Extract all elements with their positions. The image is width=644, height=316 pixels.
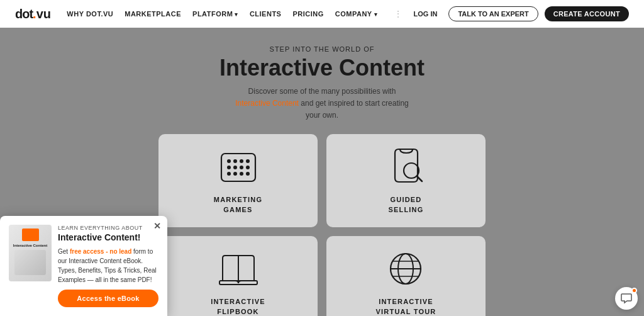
svg-point-1 <box>227 159 231 163</box>
nav-separator: ⋮ <box>394 9 402 19</box>
chat-notification-badge <box>631 288 637 293</box>
svg-point-6 <box>233 166 237 169</box>
popup-learn-label: LEARN EVERYTHING ABOUT <box>58 225 158 231</box>
svg-point-11 <box>240 172 243 176</box>
nav-platform[interactable]: PLATFORM <box>192 10 238 18</box>
card-interactive-virtual-tour[interactable]: INTERACTIVEVIRTUAL TOUR <box>326 236 486 316</box>
popup-access-button[interactable]: Access the eBook <box>58 290 158 307</box>
navbar: dot.vu WHY DOT.VU MARKETPLACE PLATFORM C… <box>0 0 644 28</box>
guided-selling-icon <box>387 145 425 189</box>
nav-links: WHY DOT.VU MARKETPLACE PLATFORM CLIENTS … <box>67 10 377 18</box>
marketing-games-icon <box>216 145 260 189</box>
svg-point-9 <box>227 172 231 176</box>
popup-heading: Interactive Content! <box>58 232 158 243</box>
nav-why[interactable]: WHY DOT.VU <box>67 10 113 18</box>
card-interactive-virtual-tour-label: INTERACTIVEVIRTUAL TOUR <box>376 297 436 316</box>
popup-thumb-logo: dot.vu <box>24 234 37 239</box>
popup-thumb-title: Interactive Content <box>13 244 47 247</box>
svg-point-3 <box>240 159 243 163</box>
talk-to-expert-button[interactable]: TALK TO AN EXPERT <box>448 6 538 21</box>
hero-link-text: Interactive Content <box>235 99 299 108</box>
nav-marketplace[interactable]: MARKETPLACE <box>125 10 181 18</box>
svg-point-7 <box>240 166 243 169</box>
popup-close-button[interactable]: ✕ <box>153 221 161 231</box>
logo[interactable]: dot.vu <box>15 7 51 21</box>
svg-point-8 <box>246 166 250 169</box>
chat-icon <box>621 293 632 304</box>
nav-pricing[interactable]: PRICING <box>292 10 323 18</box>
card-guided-selling-label: GUIDEDSELLING <box>388 195 423 215</box>
svg-point-5 <box>227 166 231 169</box>
hero-title: Interactive Content <box>13 55 631 81</box>
interactive-flipbook-icon <box>216 247 260 291</box>
chat-bubble-button[interactable] <box>615 287 638 310</box>
popup-text: Get free access - no lead form to our In… <box>58 247 158 285</box>
popup-content: LEARN EVERYTHING ABOUT Interactive Conte… <box>58 225 158 307</box>
interactive-virtual-tour-icon <box>386 247 426 291</box>
card-guided-selling[interactable]: GUIDEDSELLING <box>326 134 486 227</box>
popup-link-text: free access - no lead <box>70 248 131 255</box>
login-button[interactable]: LOG IN <box>409 8 443 20</box>
hero-step: STEP INTO THE WORLD OF <box>13 45 631 53</box>
hero-subtitle: Discover some of the many possibilities … <box>13 86 631 122</box>
svg-point-12 <box>246 172 250 176</box>
card-interactive-flipbook-label: INTERACTIVEFLIPBOOK <box>211 297 265 316</box>
svg-point-2 <box>233 159 237 163</box>
svg-rect-0 <box>221 154 255 181</box>
popup-thumbnail: dot.vu Interactive Content <box>9 225 52 281</box>
popup-ebook: ✕ dot.vu Interactive Content LEARN EVERY… <box>0 216 167 316</box>
card-marketing-games[interactable]: MARKETINGGAMES <box>158 134 318 227</box>
card-interactive-flipbook[interactable]: INTERACTIVEFLIPBOOK <box>158 236 318 316</box>
nav-company[interactable]: COMPANY <box>335 10 377 18</box>
nav-actions: ⋮ LOG IN TALK TO AN EXPERT CREATE ACCOUN… <box>394 6 629 21</box>
cards-grid: MARKETINGGAMES GUIDEDSELLING <box>152 134 492 316</box>
create-account-button[interactable]: CREATE ACCOUNT <box>545 6 629 21</box>
svg-point-4 <box>246 159 250 163</box>
card-marketing-games-label: MARKETINGGAMES <box>214 195 262 215</box>
nav-clients[interactable]: CLIENTS <box>250 10 282 18</box>
svg-point-10 <box>233 172 237 176</box>
